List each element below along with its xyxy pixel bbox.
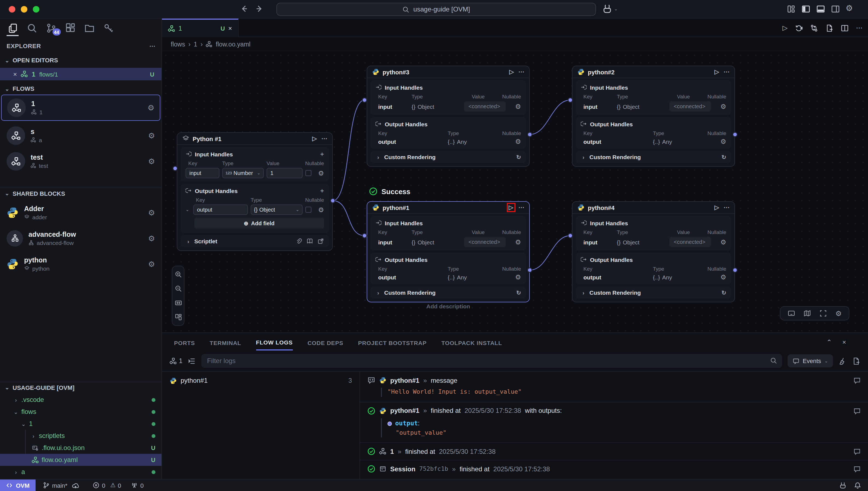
log-entry-message[interactable]: python#1»message "Hello World! Input is:… [360, 372, 868, 402]
gear-icon[interactable]: ⚙ [148, 234, 155, 242]
add-output-icon[interactable]: + [320, 187, 324, 194]
gear-icon[interactable]: ⚙ [148, 259, 155, 268]
flows-section-header[interactable]: ⌄FLOWS [0, 83, 162, 94]
minimap-icon[interactable] [804, 310, 811, 317]
gear-icon[interactable]: ⚙ [147, 103, 154, 112]
back-icon[interactable] [240, 4, 248, 13]
tree-item-1[interactable]: ⌄1 [0, 418, 162, 430]
tree-item-flow-yaml-selected[interactable]: flow.oo.yamlU [0, 454, 162, 466]
canvas-settings-gear-icon[interactable]: ⚙ [836, 309, 842, 317]
node-python3[interactable]: python#3 ▷⋯ Input Handles KeyTypeValueNu… [367, 66, 530, 167]
shared-block-item[interactable]: Adderadder ⚙ [1, 200, 160, 225]
export-file-icon[interactable] [825, 24, 834, 32]
custom-rendering-section[interactable]: ›Custom Rendering↻ [371, 287, 526, 298]
nullable-checkbox[interactable] [305, 170, 311, 176]
log-source-item[interactable]: python#1 3 [162, 372, 359, 389]
source-control-activity-icon[interactable]: 44 [45, 20, 57, 36]
add-description-button[interactable]: Add description [367, 303, 530, 310]
workspace-tree-header[interactable]: ⌄USAGE-GUIDE [OVM] [0, 382, 162, 393]
flow-list-item[interactable]: sa ⚙ [1, 122, 160, 149]
refresh-icon[interactable]: ↻ [721, 289, 726, 296]
git-branch-status[interactable]: main* [43, 482, 79, 489]
tree-item-vscode[interactable]: ›.vscode [0, 394, 162, 406]
shared-block-item[interactable]: advanced-flowadvanced-flow ⚙ [1, 226, 160, 251]
run-node-icon[interactable]: ▷ [312, 135, 317, 142]
rabbit-logo-icon[interactable] [839, 482, 847, 489]
tab-flow-logs[interactable]: FLOW LOGS [256, 334, 293, 350]
gear-icon[interactable]: ⚙ [318, 206, 324, 213]
open-external-icon[interactable] [318, 238, 324, 244]
toggle-panel-icon[interactable] [816, 4, 825, 14]
output-key-field[interactable] [193, 204, 248, 215]
explorer-activity-icon[interactable] [6, 20, 19, 36]
node-more-icon[interactable]: ⋯ [321, 135, 327, 142]
app-logo-rabbit-icon[interactable] [602, 4, 613, 14]
close-editor-icon[interactable]: × [13, 70, 17, 78]
chevron-down-icon[interactable]: ⌄ [614, 6, 618, 11]
ports-status[interactable]: 0 [131, 482, 144, 489]
breadcrumb[interactable]: flows› 1› flow.oo.yaml [162, 37, 868, 51]
more-actions-icon[interactable]: ⋯ [856, 24, 863, 32]
gear-icon[interactable]: ⚙ [720, 138, 726, 145]
paperclip-icon[interactable] [296, 238, 302, 244]
comment-icon[interactable] [853, 448, 861, 456]
add-input-icon[interactable]: + [320, 150, 324, 158]
run-all-icon[interactable] [795, 24, 803, 32]
gear-icon[interactable]: ⚙ [720, 238, 726, 246]
open-editors-header[interactable]: ⌄OPEN EDITORS [0, 55, 162, 66]
comment-icon[interactable] [853, 407, 861, 415]
log-list-icon[interactable] [188, 357, 196, 365]
layout-columns-icon[interactable] [786, 4, 796, 14]
forward-icon[interactable] [255, 4, 264, 13]
minimize-window-button[interactable] [21, 6, 27, 12]
shared-block-item[interactable]: pythonpython ⚙ [1, 252, 160, 276]
node-more-icon[interactable]: ⋯ [518, 68, 524, 76]
custom-rendering-section[interactable]: ›Custom Rendering↻ [371, 151, 526, 163]
maximize-window-button[interactable] [33, 6, 39, 12]
filter-logs-input[interactable] [202, 354, 782, 368]
scriptlet-section[interactable]: ›Scriptlet [181, 235, 329, 247]
node-python-1-editable[interactable]: Python #1 ▷⋯ Input Handles+ KeyTypeValue… [177, 132, 333, 251]
tree-item-a[interactable]: ›a [0, 466, 162, 478]
remote-indicator[interactable]: OVM [0, 479, 35, 491]
gear-icon[interactable]: ⚙ [515, 138, 521, 145]
tab-toolpack-install[interactable]: TOOLPACK INSTALL [441, 335, 502, 350]
explorer-more-icon[interactable]: ⋯ [149, 42, 156, 50]
split-editor-icon[interactable] [841, 24, 849, 32]
input-type-select[interactable]: 123Number⌄ [222, 168, 264, 178]
node-more-icon[interactable]: ⋯ [724, 204, 730, 211]
export-logs-icon[interactable] [852, 357, 860, 365]
command-center[interactable]: usage-guide [OVM] [276, 3, 596, 16]
close-window-button[interactable] [9, 6, 15, 12]
custom-rendering-section[interactable]: ›Custom Rendering↻ [576, 287, 731, 298]
log-entry-node-finished[interactable]: python#1»finished at 2025/5/30 17:52:38w… [360, 402, 868, 443]
flow-canvas[interactable]: Python #1 ▷⋯ Input Handles+ KeyTypeValue… [162, 51, 868, 333]
tab-flow-1[interactable]: 1 U × [162, 19, 239, 37]
output-type-select[interactable]: {}Object⌄ [251, 204, 303, 215]
tab-terminal[interactable]: TERMINAL [210, 335, 241, 350]
node-python4[interactable]: python#4 ▷⋯ Input Handles KeyTypeValueNu… [572, 201, 735, 302]
refresh-icon[interactable]: ↻ [721, 154, 726, 160]
node-more-icon[interactable]: ⋯ [724, 68, 730, 76]
toggle-sidebar-right-icon[interactable] [831, 4, 840, 14]
search-activity-icon[interactable] [26, 20, 38, 36]
gear-icon[interactable]: ⚙ [318, 169, 324, 177]
zoom-out-icon[interactable] [174, 285, 182, 292]
toggle-sidebar-left-icon[interactable] [801, 4, 811, 14]
open-editor-item[interactable]: × 1 flows/1 U [0, 68, 162, 80]
close-tab-icon[interactable]: × [228, 25, 232, 32]
flow-list-item[interactable]: testtest ⚙ [1, 148, 160, 174]
comment-icon[interactable] [853, 377, 861, 384]
shared-blocks-header[interactable]: ⌄SHARED BLOCKS [0, 187, 162, 199]
node-python1-selected[interactable]: python#1 ▷⋯ Input Handles KeyTypeValueNu… [367, 201, 530, 302]
maximize-panel-icon[interactable]: ⌃ [826, 339, 832, 346]
extensions-activity-icon[interactable] [64, 20, 76, 36]
events-dropdown[interactable]: Events ⌄ [787, 354, 833, 368]
node-python2[interactable]: python#2 ▷⋯ Input Handles KeyTypeValueNu… [572, 66, 735, 167]
run-node-highlighted[interactable]: ▷ [507, 203, 516, 212]
gear-icon[interactable]: ⚙ [720, 273, 726, 281]
problems-status[interactable]: 0 ⚠ 0 [92, 482, 121, 489]
gear-icon[interactable]: ⚙ [720, 103, 726, 110]
console-icon[interactable] [788, 310, 795, 317]
add-field-button[interactable]: ⊕Add field [194, 218, 324, 229]
